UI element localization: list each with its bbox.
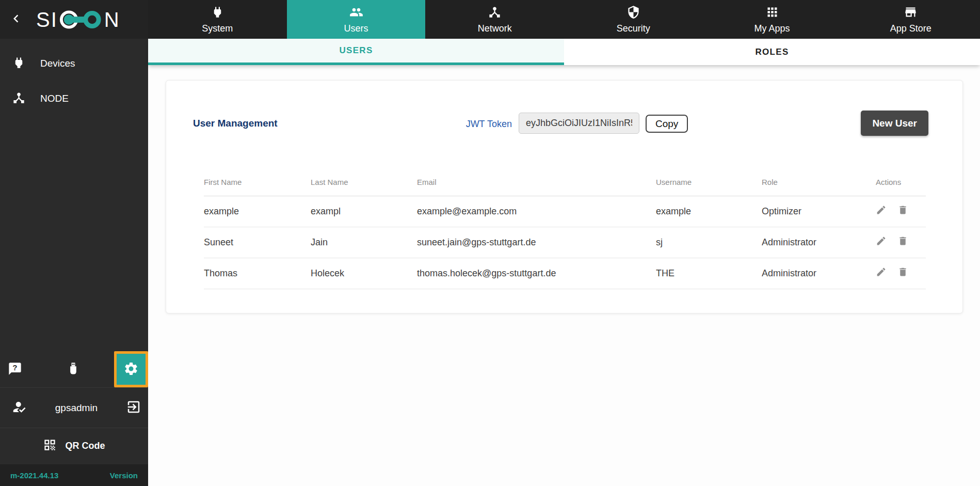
- cell-actions: [876, 196, 926, 227]
- tab-label: My Apps: [754, 23, 790, 34]
- col-header-last-name: Last Name: [311, 168, 417, 196]
- page-title: User Management: [193, 118, 278, 129]
- sidebar-collapse-button[interactable]: [7, 11, 25, 28]
- col-header-email: Email: [417, 168, 656, 196]
- apps-grid-icon: [765, 5, 779, 21]
- delete-user-button[interactable]: [897, 236, 908, 248]
- cell-role: Administrator: [762, 258, 876, 289]
- power-plug-icon: [12, 56, 26, 72]
- tab-users[interactable]: Users: [287, 0, 426, 39]
- version-label: Version: [110, 471, 138, 480]
- settings-button[interactable]: [114, 351, 148, 387]
- jwt-token-label: JWT Token: [424, 119, 512, 130]
- help-button[interactable]: ?: [8, 362, 22, 378]
- cell-last-name: Holecek: [311, 258, 417, 289]
- cell-first-name: Thomas: [204, 258, 311, 289]
- tab-label: App Store: [890, 23, 931, 34]
- sub-tabs: USERS ROLES: [148, 39, 980, 65]
- delete-user-button[interactable]: [897, 266, 908, 279]
- trash-icon: [897, 209, 908, 217]
- users-table-wrap: First Name Last Name Email Username Role…: [204, 168, 925, 289]
- svg-text:?: ?: [12, 363, 17, 372]
- col-header-first-name: First Name: [204, 168, 311, 196]
- col-header-actions: Actions: [876, 168, 926, 196]
- tab-system[interactable]: System: [148, 0, 287, 39]
- tab-label: System: [202, 23, 233, 34]
- jwt-token-field[interactable]: [519, 113, 639, 134]
- table-header-row: First Name Last Name Email Username Role…: [204, 168, 926, 196]
- sidebar-toolbar: ?: [0, 351, 148, 387]
- qr-code-icon: [43, 438, 57, 454]
- usb-button[interactable]: [66, 362, 81, 378]
- version-row: m-2021.44.13 Version: [0, 464, 148, 486]
- edit-user-button[interactable]: [876, 236, 887, 248]
- cell-email: suneet.jain@gps-stuttgart.de: [417, 227, 656, 258]
- users-table: First Name Last Name Email Username Role…: [204, 168, 926, 289]
- subtab-users[interactable]: USERS: [148, 39, 564, 65]
- username-label: gpsadmin: [27, 402, 126, 414]
- account-row: gpsadmin: [0, 387, 148, 428]
- new-user-button[interactable]: New User: [861, 111, 928, 136]
- sidebar-nav: Devices NODE: [0, 46, 148, 116]
- sidebar-item-label: NODE: [40, 93, 69, 104]
- tab-app-store[interactable]: App Store: [841, 0, 980, 39]
- cell-username: sj: [656, 227, 762, 258]
- sicon-logo: SI N: [36, 9, 120, 30]
- trash-icon: [897, 271, 908, 279]
- logout-button[interactable]: [126, 399, 141, 416]
- tab-security[interactable]: Security: [564, 0, 703, 39]
- gear-icon: [123, 361, 139, 378]
- cell-first-name: Suneet: [204, 227, 311, 258]
- device-hub-icon: [12, 91, 26, 107]
- copy-button[interactable]: Copy: [646, 115, 688, 133]
- subtab-roles[interactable]: ROLES: [564, 39, 980, 65]
- people-icon: [349, 5, 363, 21]
- main-panel: User Management JWT Token Copy New User …: [148, 65, 980, 486]
- col-header-role: Role: [762, 168, 876, 196]
- qr-code-button[interactable]: QR Code: [0, 428, 148, 464]
- cell-username: THE: [656, 258, 762, 289]
- cell-email: thomas.holecek@gps-stuttgart.de: [417, 258, 656, 289]
- tab-my-apps[interactable]: My Apps: [703, 0, 842, 39]
- logo-row: SI N: [0, 0, 148, 39]
- cell-actions: [876, 227, 926, 258]
- tab-label: Users: [344, 23, 368, 34]
- cell-email: example@example.com: [417, 196, 656, 227]
- sidebar-item-label: Devices: [40, 58, 75, 69]
- version-value: m-2021.44.13: [10, 471, 58, 480]
- power-plug-icon: [211, 5, 224, 21]
- cell-last-name: exampl: [311, 196, 417, 227]
- logout-icon: [126, 409, 141, 416]
- tab-label: Security: [617, 23, 650, 34]
- cell-role: Administrator: [762, 227, 876, 258]
- edit-user-button[interactable]: [876, 266, 887, 279]
- help-bubble-icon: ?: [8, 362, 22, 378]
- cell-role: Optimizer: [762, 196, 876, 227]
- user-management-card: User Management JWT Token Copy New User …: [166, 80, 963, 313]
- tab-label: Network: [478, 23, 512, 34]
- sidebar-item-devices[interactable]: Devices: [0, 46, 148, 81]
- cell-actions: [876, 258, 926, 289]
- cell-last-name: Jain: [311, 227, 417, 258]
- tab-network[interactable]: Network: [425, 0, 564, 39]
- device-hub-icon: [488, 5, 502, 21]
- delete-user-button[interactable]: [897, 205, 908, 217]
- cell-first-name: example: [204, 196, 311, 227]
- sidebar: SI N Devices NODE: [0, 0, 148, 486]
- table-row: example exampl example@example.com examp…: [204, 196, 926, 227]
- qr-code-label: QR Code: [65, 441, 105, 451]
- content-area: System Users Network Security: [148, 0, 980, 486]
- logo-text-suffix: N: [104, 9, 120, 30]
- edit-pencil-icon: [876, 209, 887, 217]
- sicon-chain-link-icon: [59, 9, 103, 30]
- storefront-icon: [904, 5, 918, 21]
- edit-pencil-icon: [876, 271, 887, 279]
- person-check-icon: [11, 399, 27, 417]
- edit-user-button[interactable]: [876, 205, 887, 217]
- trash-icon: [897, 240, 908, 248]
- sidebar-item-node[interactable]: NODE: [0, 81, 148, 116]
- shield-icon: [626, 5, 640, 21]
- app-root: SI N Devices NODE: [0, 0, 980, 486]
- sidebar-spacer: [0, 116, 148, 351]
- usb-stick-icon: [66, 362, 81, 378]
